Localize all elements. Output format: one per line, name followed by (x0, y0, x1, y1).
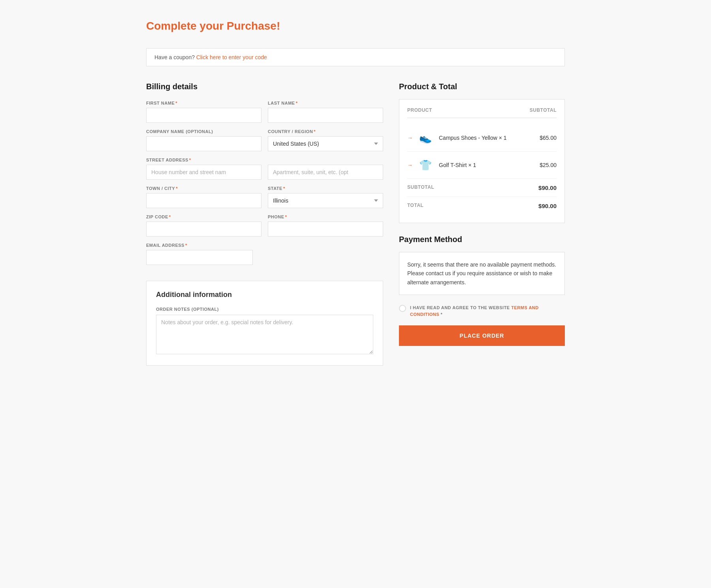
item-name: Campus Shoes - Yellow × 1 (439, 135, 540, 141)
company-group: COMPANY NAME (OPTIONAL) (146, 129, 261, 151)
country-label: COUNTRY / REGION* (268, 129, 383, 134)
main-layout: Billing details FIRST NAME* LAST NAME* (146, 82, 565, 366)
item-name: Golf T-Shirt × 1 (439, 162, 540, 168)
phone-group: PHONE* (268, 214, 383, 237)
item-image-shoes: 👟 (417, 129, 434, 147)
order-item: → 👕 Golf T-Shirt × 1 $25.00 (407, 152, 557, 179)
street-label: STREET ADDRESS* (146, 158, 383, 162)
street-group: STREET ADDRESS* (146, 158, 383, 180)
additional-info-section: Additional information ORDER NOTES (OPTI… (146, 281, 383, 366)
col-subtotal: SUBTOTAL (530, 107, 557, 113)
order-table-header: PRODUCT SUBTOTAL (407, 107, 557, 118)
zip-input[interactable] (146, 222, 261, 237)
email-input[interactable] (146, 250, 253, 265)
additional-info-title: Additional information (156, 291, 373, 299)
order-item: → 👟 Campus Shoes - Yellow × 1 $65.00 (407, 124, 557, 152)
product-total-section: Product & Total PRODUCT SUBTOTAL → 👟 Cam… (399, 82, 565, 223)
total-value: $90.00 (538, 203, 557, 209)
item-arrow-icon: → (407, 135, 413, 141)
terms-label: I HAVE READ AND AGREE TO THE WEBSITE TER… (410, 304, 565, 317)
city-input[interactable] (146, 193, 261, 208)
first-name-label: FIRST NAME* (146, 101, 261, 105)
order-subtotal-row: SUBTOTAL $90.00 (407, 179, 557, 197)
order-table: PRODUCT SUBTOTAL → 👟 Campus Shoes - Yell… (399, 99, 565, 223)
first-name-input[interactable] (146, 108, 261, 123)
billing-section: Billing details FIRST NAME* LAST NAME* (146, 82, 383, 366)
item-arrow-icon: → (407, 162, 413, 168)
phone-label: PHONE* (268, 214, 383, 219)
first-name-group: FIRST NAME* (146, 101, 261, 123)
last-name-label: LAST NAME* (268, 101, 383, 105)
order-total-row: TOTAL $90.00 (407, 197, 557, 215)
email-label: EMAIL ADDRESS* (146, 243, 253, 248)
company-input[interactable] (146, 136, 261, 151)
billing-title: Billing details (146, 82, 383, 91)
street-input-1[interactable] (146, 165, 261, 180)
subtotal-value: $90.00 (538, 184, 557, 191)
order-notes-label: ORDER NOTES (OPTIONAL) (156, 307, 373, 312)
town-state-row: TOWN / CITY* STATE* Illinois (146, 186, 383, 208)
phone-input[interactable] (268, 222, 383, 237)
street-input-2[interactable] (268, 165, 383, 180)
country-select[interactable]: United States (US) (268, 136, 383, 151)
zip-group: ZIP CODE* (146, 214, 261, 237)
payment-notice: Sorry, it seems that there are no availa… (399, 252, 565, 295)
name-row: FIRST NAME* LAST NAME* (146, 101, 383, 123)
last-name-group: LAST NAME* (268, 101, 383, 123)
page-title: Complete your Purchase! (146, 20, 565, 32)
terms-row: I HAVE READ AND AGREE TO THE WEBSITE TER… (399, 304, 565, 317)
place-order-button[interactable]: PLACE ORDER (399, 325, 565, 346)
last-name-input[interactable] (268, 108, 383, 123)
payment-title: Payment Method (399, 235, 565, 244)
company-label: COMPANY NAME (OPTIONAL) (146, 129, 261, 134)
col-product: PRODUCT (407, 107, 432, 113)
city-label: TOWN / CITY* (146, 186, 261, 191)
payment-section: Payment Method Sorry, it seems that ther… (399, 235, 565, 346)
coupon-banner: Have a coupon? Click here to enter your … (146, 48, 565, 66)
email-group: EMAIL ADDRESS* (146, 243, 253, 265)
item-price: $25.00 (540, 162, 557, 168)
state-label: STATE* (268, 186, 383, 191)
coupon-link[interactable]: Click here to enter your code (196, 54, 267, 60)
zip-label: ZIP CODE* (146, 214, 261, 219)
order-notes-textarea[interactable] (156, 315, 373, 354)
order-section-title: Product & Total (399, 82, 565, 91)
item-image-shirt: 👕 (417, 156, 434, 174)
subtotal-label: SUBTOTAL (407, 184, 434, 191)
item-price: $65.00 (540, 135, 557, 141)
zip-phone-row: ZIP CODE* PHONE* (146, 214, 383, 237)
state-group: STATE* Illinois (268, 186, 383, 208)
city-group: TOWN / CITY* (146, 186, 261, 208)
company-country-row: COMPANY NAME (OPTIONAL) COUNTRY / REGION… (146, 129, 383, 151)
total-label: TOTAL (407, 203, 423, 209)
terms-checkbox[interactable] (399, 305, 406, 312)
order-section: Product & Total PRODUCT SUBTOTAL → 👟 Cam… (399, 82, 565, 346)
state-select[interactable]: Illinois (268, 193, 383, 208)
country-group: COUNTRY / REGION* United States (US) (268, 129, 383, 151)
